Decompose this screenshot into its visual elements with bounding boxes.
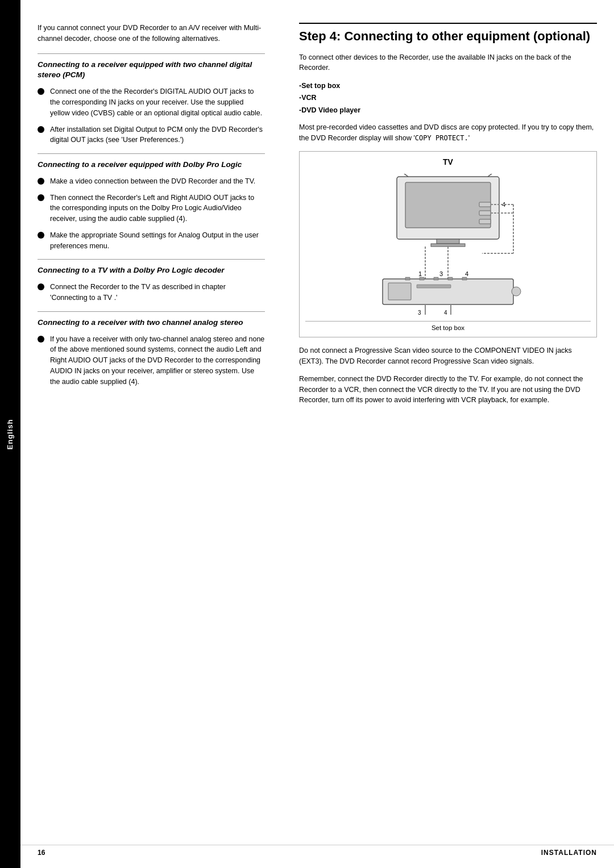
- svg-rect-21: [434, 277, 438, 280]
- svg-rect-19: [405, 277, 410, 280]
- right-column: Step 4: Connecting to other equipment (o…: [282, 17, 614, 868]
- bullet-text: Make the appropriate Sound settings for …: [50, 230, 265, 252]
- section-pcm-heading: Connecting to a receiver equipped with t…: [38, 60, 265, 81]
- sidebar-label: English: [6, 419, 15, 449]
- footer-label: INSTALLATION: [541, 849, 597, 857]
- separator-1: [38, 53, 265, 54]
- section-tvdolby-heading: Connecting to a TV with a Dolby Pro Logi…: [38, 265, 265, 276]
- accessory-dvd: -DVD Video player: [299, 105, 597, 116]
- svg-rect-2: [437, 239, 459, 244]
- section-tvdolby-list: Connect the Recorder to the TV as descri…: [38, 282, 265, 303]
- accessory-label: -Set top box: [299, 82, 340, 90]
- accessory-list: -Set top box -VCR -DVD Video player: [299, 80, 597, 116]
- bullet-text: Connect the Recorder to the TV as descri…: [50, 282, 265, 303]
- list-item: Connect the Recorder to the TV as descri…: [38, 282, 265, 303]
- svg-rect-22: [448, 277, 453, 280]
- bullet-dot: [38, 194, 44, 201]
- main-content: If you cannot connect your DVD Recorder …: [20, 0, 614, 868]
- bullet-text: If you have a receiver with only two-cha…: [50, 334, 265, 387]
- bullet-text: Then connect the Recorder's Left and Rig…: [50, 193, 265, 224]
- bullet-dot: [38, 283, 44, 290]
- section-dolby-list: Make a video connection between the DVD …: [38, 176, 265, 252]
- svg-rect-23: [462, 277, 467, 280]
- bullet-text: Make a video connection between the DVD …: [50, 176, 255, 187]
- section-analog-list: If you have a receiver with only two-cha…: [38, 334, 265, 387]
- footer-page-number: 16: [38, 849, 45, 857]
- sidebar: English: [0, 0, 20, 868]
- diagram-title: TV: [305, 157, 591, 166]
- left-intro-text: If you cannot connect your DVD Recorder …: [38, 23, 265, 44]
- page-container: English If you cannot connect your DVD R…: [0, 0, 614, 868]
- list-item: Make a video connection between the DVD …: [38, 176, 265, 187]
- bullet-text: Connect one of the the Recorder's DIGITA…: [50, 86, 265, 118]
- accessory-vcr: -VCR: [299, 92, 597, 104]
- svg-rect-17: [417, 285, 451, 288]
- separator-3: [38, 259, 265, 260]
- bullet-dot: [38, 336, 44, 343]
- bullet-dot: [38, 232, 44, 239]
- right-intro: To connect other devices to the Recorder…: [299, 52, 597, 74]
- list-item: After installation set Digital Output to…: [38, 124, 265, 146]
- diagram-caption: Set top box: [432, 324, 464, 331]
- diagram-label-3b: 3: [418, 310, 421, 316]
- svg-rect-20: [420, 277, 424, 280]
- left-column: If you cannot connect your DVD Recorder …: [20, 17, 282, 868]
- note-vcr-connection: Remember, connect the DVD Recorder direc…: [299, 374, 597, 406]
- list-item: Make the appropriate Sound settings for …: [38, 230, 265, 252]
- section-pcm-list: Connect one of the the Recorder's DIGITA…: [38, 86, 265, 145]
- diagram-svg-area: 4: [305, 171, 591, 319]
- diagram-label-4c: 4: [444, 310, 447, 316]
- note-progressive-scan: Do not connect a Progressive Scan video …: [299, 345, 597, 367]
- accessory-label: -VCR: [299, 94, 317, 102]
- bullet-dot: [38, 126, 44, 133]
- svg-point-18: [512, 287, 521, 296]
- svg-rect-1: [405, 182, 491, 228]
- bullet-text: After installation set Digital Output to…: [50, 124, 265, 146]
- bullet-dot: [38, 178, 44, 185]
- list-item: Connect one of the the Recorder's DIGITA…: [38, 86, 265, 118]
- section-analog-heading: Connecting to a receiver with two channe…: [38, 318, 265, 328]
- svg-rect-16: [388, 283, 411, 300]
- copy-protect-text: Most pre-recorded video cassettes and DV…: [299, 122, 597, 144]
- step-title: Step 4: Connecting to other equipment (o…: [299, 23, 597, 44]
- list-item: Then connect the Recorder's Left and Rig…: [38, 193, 265, 224]
- diagram-label-1: 1: [418, 270, 422, 277]
- page-footer: 16 INSTALLATION: [20, 845, 614, 857]
- bullet-dot: [38, 88, 44, 95]
- svg-rect-6: [479, 202, 491, 207]
- svg-rect-7: [479, 211, 491, 215]
- accessory-label: -DVD Video player: [299, 106, 360, 114]
- list-item: If you have a receiver with only two-cha…: [38, 334, 265, 387]
- diagram-label-4b: 4: [465, 270, 468, 277]
- svg-rect-3: [431, 244, 465, 247]
- diagram-box: TV: [299, 151, 597, 337]
- connection-diagram: 4: [351, 174, 545, 316]
- svg-rect-8: [479, 219, 491, 224]
- diagram-label-3: 3: [439, 270, 443, 277]
- separator-4: [38, 311, 265, 312]
- accessory-set-top-box: -Set top box: [299, 80, 597, 92]
- section-dolby-heading: Connecting to a receiver equipped with D…: [38, 160, 265, 170]
- separator-2: [38, 153, 265, 154]
